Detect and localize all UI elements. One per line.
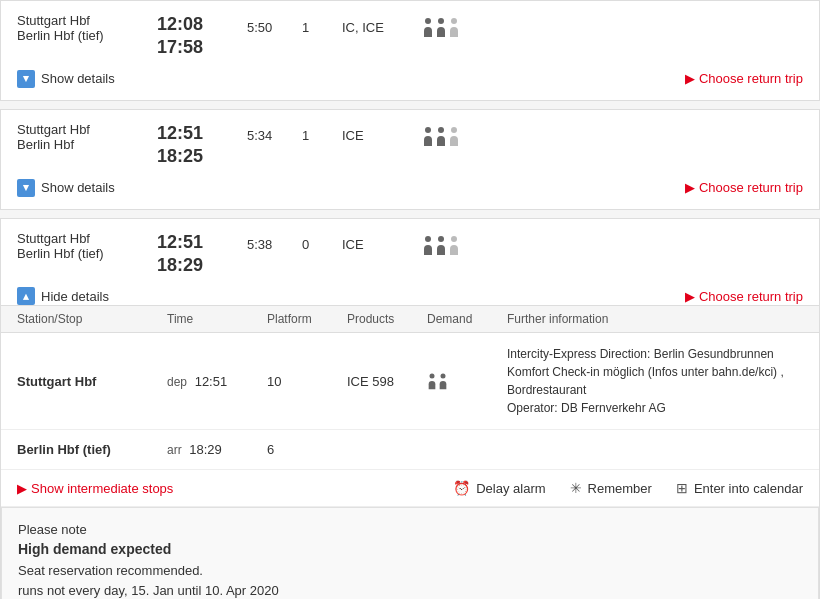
duration-2: 5:34 [247,128,282,143]
choose-return-1[interactable]: ▶ Choose return trip [685,71,803,86]
trip-header-1: Stuttgart Hbf Berlin Hbf (tief) 12:08 17… [17,13,803,60]
col-time: Time [167,312,267,326]
detail-table-header: Station/Stop Time Platform Products Dema… [1,305,819,333]
trip-action-1 [643,13,803,17]
stop-time-value-2: 18:29 [189,442,222,457]
trip-times-3: 12:51 18:29 [157,231,237,278]
remember-icon: ✳ [570,480,582,496]
to-station-1: Berlin Hbf (tief) [17,28,157,43]
occupancy-2 [422,126,460,146]
show-intermediate-stops[interactable]: ▶ Show intermediate stops [17,481,453,496]
show-details-btn-2[interactable]: ▾ Show details [17,179,115,197]
svg-point-2 [451,18,457,24]
col-info: Further information [507,312,803,326]
show-stops-arrow: ▶ [17,481,27,496]
choose-return-label-1: Choose return trip [699,71,803,86]
hide-details-label-3: Hide details [41,289,109,304]
trip-middle-3: 5:38 0 ICE [237,231,643,255]
duration-3: 5:38 [247,237,282,252]
stop-demand-icons-1 [427,372,507,390]
changes-1: 1 [302,20,322,35]
to-station-3: Berlin Hbf (tief) [17,246,157,261]
show-details-label-2: Show details [41,180,115,195]
stop-demand-1 [427,372,507,390]
note-line2: runs not every day, 15. Jan until 10. Ap… [18,583,279,598]
duration-1: 5:50 [247,20,282,35]
show-details-row-3: ▴ Hide details ▶ Choose return trip [17,287,803,305]
svg-point-0 [425,18,431,24]
train-type-2: ICE [342,128,402,143]
col-platform: Platform [267,312,347,326]
show-details-label-1: Show details [41,71,115,86]
trip-stations-3: Stuttgart Hbf Berlin Hbf (tief) [17,231,157,261]
show-stops-label: Show intermediate stops [31,481,173,496]
note-text: Seat reservation recommended. runs not e… [18,561,802,599]
trip-card-2: Stuttgart Hbf Berlin Hbf 12:51 18:25 5:3… [0,109,820,210]
toggle-icon-3: ▴ [17,287,35,305]
from-station-1: Stuttgart Hbf [17,13,157,28]
svg-point-3 [425,127,431,133]
svg-point-10 [441,374,446,379]
trip-header-2: Stuttgart Hbf Berlin Hbf 12:51 18:25 5:3… [17,122,803,169]
choose-return-label-3: Choose return trip [699,289,803,304]
stop-time-1: dep 12:51 [167,374,267,389]
stop-time-label-1: dep [167,375,187,389]
alarm-icon: ⏰ [453,480,470,496]
trip-stations-2: Stuttgart Hbf Berlin Hbf [17,122,157,152]
col-station: Station/Stop [17,312,167,326]
choose-return-arrow-2: ▶ [685,180,695,195]
train-type-3: ICE [342,237,402,252]
note-line1: Seat reservation recommended. [18,563,203,578]
occupancy-1 [422,17,460,37]
choose-return-2[interactable]: ▶ Choose return trip [685,180,803,195]
delay-alarm-link[interactable]: ⏰ Delay alarm [453,480,545,496]
stop-product-1: ICE 598 [347,374,427,389]
svg-point-1 [438,18,444,24]
svg-point-6 [425,236,431,242]
depart-time-2: 12:51 [157,122,237,145]
stop-station-1: Stuttgart Hbf [17,374,167,389]
occupancy-3 [422,235,460,255]
toggle-icon-2: ▾ [17,179,35,197]
action-links: ⏰ Delay alarm ✳ Remember ⊞ Enter into ca… [453,480,803,496]
show-details-row-2: ▾ Show details ▶ Choose return trip [17,179,803,197]
choose-return-label-2: Choose return trip [699,180,803,195]
col-products: Products [347,312,427,326]
trip-header-3: Stuttgart Hbf Berlin Hbf (tief) 12:51 18… [17,231,803,278]
show-details-row-1: ▾ Show details ▶ Choose return trip [17,70,803,88]
svg-point-4 [438,127,444,133]
delay-alarm-label: Delay alarm [476,481,545,496]
from-station-3: Stuttgart Hbf [17,231,157,246]
please-note: Please note High demand expected Seat re… [1,507,819,599]
stop-platform-2: 6 [267,442,347,457]
toggle-icon-1: ▾ [17,70,35,88]
calendar-link[interactable]: ⊞ Enter into calendar [676,480,803,496]
choose-return-arrow-1: ▶ [685,71,695,86]
arrive-time-1: 17:58 [157,36,237,59]
trip-times-2: 12:51 18:25 [157,122,237,169]
trip-action-3 [643,231,803,235]
show-details-btn-1[interactable]: ▾ Show details [17,70,115,88]
detail-section-3: Station/Stop Time Platform Products Dema… [17,305,803,599]
calendar-label: Enter into calendar [694,481,803,496]
to-station-2: Berlin Hbf [17,137,157,152]
trip-middle-1: 5:50 1 IC, ICE [237,13,643,37]
trip-card-1: Stuttgart Hbf Berlin Hbf (tief) 12:08 17… [0,0,820,101]
trip-stations-1: Stuttgart Hbf Berlin Hbf (tief) [17,13,157,43]
svg-point-7 [438,236,444,242]
changes-2: 1 [302,128,322,143]
svg-point-5 [451,127,457,133]
choose-return-3[interactable]: ▶ Choose return trip [685,289,803,304]
hide-details-btn-3[interactable]: ▴ Hide details [17,287,109,305]
depart-time-3: 12:51 [157,231,237,254]
detail-actions: ▶ Show intermediate stops ⏰ Delay alarm … [1,470,819,507]
choose-return-arrow-3: ▶ [685,289,695,304]
remember-link[interactable]: ✳ Remember [570,480,652,496]
trip-middle-2: 5:34 1 ICE [237,122,643,146]
trip-card-3: Stuttgart Hbf Berlin Hbf (tief) 12:51 18… [0,218,820,599]
trip-action-2 [643,122,803,126]
detail-stop-row-2: Berlin Hbf (tief) arr 18:29 6 [1,430,819,470]
stop-time-2: arr 18:29 [167,442,267,457]
changes-3: 0 [302,237,322,252]
detail-stop-row-1: Stuttgart Hbf dep 12:51 10 ICE 598 Inter… [1,333,819,430]
